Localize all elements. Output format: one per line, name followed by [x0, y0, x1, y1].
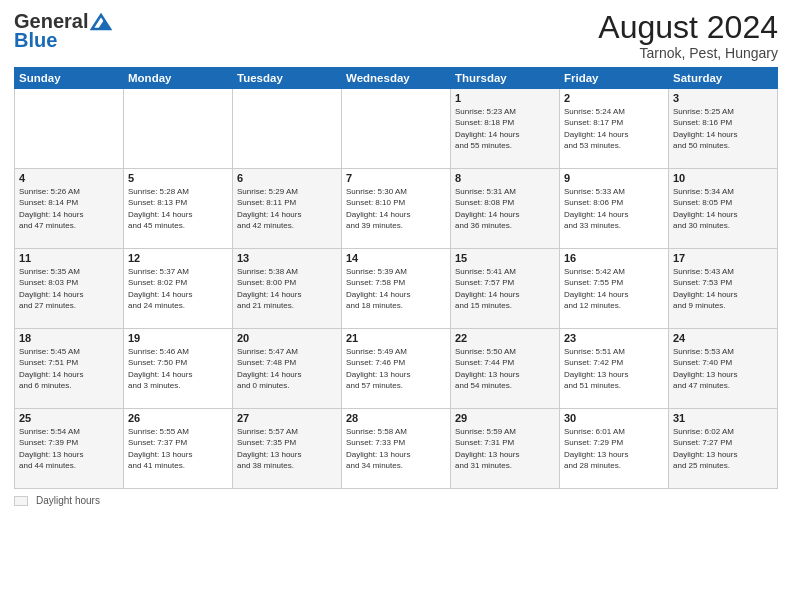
calendar-cell: 4Sunrise: 5:26 AM Sunset: 8:14 PM Daylig… — [15, 169, 124, 249]
day-number: 6 — [237, 172, 337, 184]
legend-box — [14, 496, 28, 506]
day-info: Sunrise: 6:02 AM Sunset: 7:27 PM Dayligh… — [673, 426, 773, 471]
calendar-week-3: 11Sunrise: 5:35 AM Sunset: 8:03 PM Dayli… — [15, 249, 778, 329]
calendar-cell: 11Sunrise: 5:35 AM Sunset: 8:03 PM Dayli… — [15, 249, 124, 329]
calendar-cell: 6Sunrise: 5:29 AM Sunset: 8:11 PM Daylig… — [233, 169, 342, 249]
day-info: Sunrise: 5:50 AM Sunset: 7:44 PM Dayligh… — [455, 346, 555, 391]
day-info: Sunrise: 5:25 AM Sunset: 8:16 PM Dayligh… — [673, 106, 773, 151]
calendar-header-row: SundayMondayTuesdayWednesdayThursdayFrid… — [15, 68, 778, 89]
day-number: 4 — [19, 172, 119, 184]
day-number: 8 — [455, 172, 555, 184]
day-number: 17 — [673, 252, 773, 264]
day-number: 26 — [128, 412, 228, 424]
day-number: 3 — [673, 92, 773, 104]
calendar-cell: 17Sunrise: 5:43 AM Sunset: 7:53 PM Dayli… — [669, 249, 778, 329]
legend-label: Daylight hours — [36, 495, 100, 506]
day-number: 27 — [237, 412, 337, 424]
logo-blue: Blue — [14, 29, 57, 52]
calendar-cell — [124, 89, 233, 169]
day-number: 28 — [346, 412, 446, 424]
calendar-cell: 12Sunrise: 5:37 AM Sunset: 8:02 PM Dayli… — [124, 249, 233, 329]
day-number: 18 — [19, 332, 119, 344]
day-info: Sunrise: 5:47 AM Sunset: 7:48 PM Dayligh… — [237, 346, 337, 391]
day-number: 1 — [455, 92, 555, 104]
calendar-cell — [233, 89, 342, 169]
day-info: Sunrise: 5:34 AM Sunset: 8:05 PM Dayligh… — [673, 186, 773, 231]
day-info: Sunrise: 5:54 AM Sunset: 7:39 PM Dayligh… — [19, 426, 119, 471]
legend: Daylight hours — [14, 495, 778, 506]
day-info: Sunrise: 5:42 AM Sunset: 7:55 PM Dayligh… — [564, 266, 664, 311]
weekday-header-saturday: Saturday — [669, 68, 778, 89]
calendar-week-1: 1Sunrise: 5:23 AM Sunset: 8:18 PM Daylig… — [15, 89, 778, 169]
day-number: 13 — [237, 252, 337, 264]
calendar-cell: 10Sunrise: 5:34 AM Sunset: 8:05 PM Dayli… — [669, 169, 778, 249]
calendar-cell — [15, 89, 124, 169]
day-number: 23 — [564, 332, 664, 344]
calendar-cell: 21Sunrise: 5:49 AM Sunset: 7:46 PM Dayli… — [342, 329, 451, 409]
calendar-cell: 26Sunrise: 5:55 AM Sunset: 7:37 PM Dayli… — [124, 409, 233, 489]
day-number: 11 — [19, 252, 119, 264]
logo: General Blue — [14, 10, 112, 52]
calendar-cell: 27Sunrise: 5:57 AM Sunset: 7:35 PM Dayli… — [233, 409, 342, 489]
calendar-cell: 8Sunrise: 5:31 AM Sunset: 8:08 PM Daylig… — [451, 169, 560, 249]
calendar-week-2: 4Sunrise: 5:26 AM Sunset: 8:14 PM Daylig… — [15, 169, 778, 249]
day-info: Sunrise: 5:39 AM Sunset: 7:58 PM Dayligh… — [346, 266, 446, 311]
day-number: 29 — [455, 412, 555, 424]
day-number: 16 — [564, 252, 664, 264]
month-year: August 2024 — [598, 10, 778, 45]
calendar-cell: 30Sunrise: 6:01 AM Sunset: 7:29 PM Dayli… — [560, 409, 669, 489]
day-number: 14 — [346, 252, 446, 264]
day-number: 20 — [237, 332, 337, 344]
calendar-cell: 13Sunrise: 5:38 AM Sunset: 8:00 PM Dayli… — [233, 249, 342, 329]
day-info: Sunrise: 5:57 AM Sunset: 7:35 PM Dayligh… — [237, 426, 337, 471]
day-number: 31 — [673, 412, 773, 424]
logo-icon — [90, 13, 112, 31]
header: General Blue August 2024 Tarnok, Pest, H… — [14, 10, 778, 61]
day-info: Sunrise: 5:41 AM Sunset: 7:57 PM Dayligh… — [455, 266, 555, 311]
day-number: 12 — [128, 252, 228, 264]
day-number: 10 — [673, 172, 773, 184]
calendar-cell: 23Sunrise: 5:51 AM Sunset: 7:42 PM Dayli… — [560, 329, 669, 409]
day-info: Sunrise: 5:29 AM Sunset: 8:11 PM Dayligh… — [237, 186, 337, 231]
day-number: 30 — [564, 412, 664, 424]
day-info: Sunrise: 5:24 AM Sunset: 8:17 PM Dayligh… — [564, 106, 664, 151]
calendar-cell: 31Sunrise: 6:02 AM Sunset: 7:27 PM Dayli… — [669, 409, 778, 489]
day-info: Sunrise: 5:38 AM Sunset: 8:00 PM Dayligh… — [237, 266, 337, 311]
calendar-cell: 24Sunrise: 5:53 AM Sunset: 7:40 PM Dayli… — [669, 329, 778, 409]
day-info: Sunrise: 5:55 AM Sunset: 7:37 PM Dayligh… — [128, 426, 228, 471]
day-number: 21 — [346, 332, 446, 344]
calendar-cell: 28Sunrise: 5:58 AM Sunset: 7:33 PM Dayli… — [342, 409, 451, 489]
day-info: Sunrise: 5:58 AM Sunset: 7:33 PM Dayligh… — [346, 426, 446, 471]
day-info: Sunrise: 5:59 AM Sunset: 7:31 PM Dayligh… — [455, 426, 555, 471]
weekday-header-monday: Monday — [124, 68, 233, 89]
day-number: 22 — [455, 332, 555, 344]
day-info: Sunrise: 5:28 AM Sunset: 8:13 PM Dayligh… — [128, 186, 228, 231]
day-info: Sunrise: 5:49 AM Sunset: 7:46 PM Dayligh… — [346, 346, 446, 391]
day-number: 19 — [128, 332, 228, 344]
calendar-cell — [342, 89, 451, 169]
calendar-cell: 22Sunrise: 5:50 AM Sunset: 7:44 PM Dayli… — [451, 329, 560, 409]
title-block: August 2024 Tarnok, Pest, Hungary — [598, 10, 778, 61]
day-info: Sunrise: 5:53 AM Sunset: 7:40 PM Dayligh… — [673, 346, 773, 391]
day-number: 24 — [673, 332, 773, 344]
weekday-header-friday: Friday — [560, 68, 669, 89]
location: Tarnok, Pest, Hungary — [598, 45, 778, 61]
weekday-header-thursday: Thursday — [451, 68, 560, 89]
calendar-week-4: 18Sunrise: 5:45 AM Sunset: 7:51 PM Dayli… — [15, 329, 778, 409]
day-info: Sunrise: 5:43 AM Sunset: 7:53 PM Dayligh… — [673, 266, 773, 311]
day-number: 2 — [564, 92, 664, 104]
day-info: Sunrise: 5:30 AM Sunset: 8:10 PM Dayligh… — [346, 186, 446, 231]
day-info: Sunrise: 5:23 AM Sunset: 8:18 PM Dayligh… — [455, 106, 555, 151]
day-info: Sunrise: 5:46 AM Sunset: 7:50 PM Dayligh… — [128, 346, 228, 391]
day-info: Sunrise: 5:31 AM Sunset: 8:08 PM Dayligh… — [455, 186, 555, 231]
day-info: Sunrise: 5:51 AM Sunset: 7:42 PM Dayligh… — [564, 346, 664, 391]
weekday-header-sunday: Sunday — [15, 68, 124, 89]
day-number: 15 — [455, 252, 555, 264]
calendar-cell: 7Sunrise: 5:30 AM Sunset: 8:10 PM Daylig… — [342, 169, 451, 249]
calendar-cell: 2Sunrise: 5:24 AM Sunset: 8:17 PM Daylig… — [560, 89, 669, 169]
calendar-cell: 25Sunrise: 5:54 AM Sunset: 7:39 PM Dayli… — [15, 409, 124, 489]
calendar-cell: 20Sunrise: 5:47 AM Sunset: 7:48 PM Dayli… — [233, 329, 342, 409]
day-number: 25 — [19, 412, 119, 424]
day-number: 5 — [128, 172, 228, 184]
day-info: Sunrise: 5:45 AM Sunset: 7:51 PM Dayligh… — [19, 346, 119, 391]
